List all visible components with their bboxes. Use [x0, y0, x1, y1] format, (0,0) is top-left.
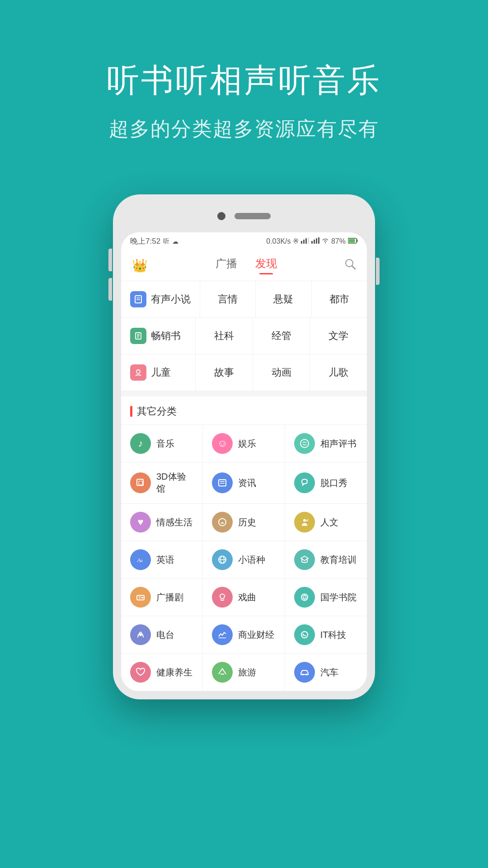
section-header-bar	[130, 406, 132, 417]
other-grid: ♪ 音乐 ☺ 娱乐	[121, 425, 367, 691]
opera-label: 戏曲	[238, 591, 256, 604]
svg-rect-9	[357, 239, 358, 242]
other-item-entertain[interactable]: ☺ 娱乐	[203, 425, 285, 462]
other-item-humanity[interactable]: 人文	[285, 504, 367, 541]
section-header-title: 其它分类	[137, 405, 177, 418]
other-item-emotion[interactable]: ♥ 情感生活	[121, 504, 203, 541]
category-main-fiction[interactable]: 有声小说	[121, 281, 200, 317]
other-item-xiangsheng[interactable]: 相声评书	[285, 425, 367, 462]
radio-label: 广播剧	[156, 591, 183, 604]
volume-up-button	[108, 249, 112, 271]
guoxue-icon	[294, 587, 315, 608]
humanity-icon	[294, 512, 315, 533]
other-item-car[interactable]: 汽车	[285, 654, 367, 691]
svg-rect-0	[301, 241, 302, 244]
sub-jingguan[interactable]: 经管	[253, 318, 310, 354]
svg-line-28	[306, 519, 308, 521]
volume-down-button	[108, 278, 112, 301]
svg-line-12	[352, 266, 355, 269]
music-label: 音乐	[156, 438, 174, 450]
power-button	[376, 258, 380, 285]
other-item-english[interactable]: A a 英语	[121, 541, 203, 579]
nav-logo[interactable]: 👑	[132, 258, 148, 273]
history-icon	[212, 512, 233, 533]
threed-label: 3D体验馆	[156, 471, 193, 495]
nav-bar: 👑 广播 发现	[121, 250, 367, 281]
lang-label: 小语种	[238, 554, 265, 566]
other-item-threed[interactable]: 3D体验馆	[121, 462, 203, 504]
tab-broadcast[interactable]: 广播	[216, 256, 237, 274]
other-item-it[interactable]: IT科技	[285, 616, 367, 654]
it-icon	[294, 624, 315, 645]
svg-text:a: a	[141, 558, 143, 563]
sub-xuanyi[interactable]: 悬疑	[256, 281, 311, 317]
wifi-icon	[322, 237, 329, 245]
station-icon	[130, 624, 151, 645]
hero-section: 听书听相声听音乐 超多的分类超多资源应有尽有	[0, 0, 488, 170]
edu-label: 教育培训	[320, 554, 357, 566]
edu-icon	[294, 549, 315, 570]
other-item-music[interactable]: ♪ 音乐	[121, 425, 203, 462]
fiction-label: 有声小说	[151, 292, 191, 306]
sub-yanqing[interactable]: 言情	[200, 281, 256, 317]
category-row-fiction: 有声小说 言情 悬疑 都市	[121, 281, 367, 318]
other-item-lang[interactable]: 小语种	[203, 541, 285, 579]
svg-point-27	[303, 519, 306, 522]
battery-percent: 87%	[331, 237, 346, 245]
svg-rect-2	[305, 238, 307, 244]
phone-outer: 晚上7:52 听 ☁ 0.03K/s ※	[113, 194, 375, 699]
other-section: 其它分类 ♪ 音乐 ☺ 娱乐	[121, 396, 367, 691]
sub-dushi[interactable]: 都市	[312, 281, 367, 317]
other-item-talk[interactable]: 脱口秀	[285, 462, 367, 504]
other-item-radio[interactable]: 广播剧	[121, 579, 203, 616]
sub-wenxue[interactable]: 文学	[310, 318, 367, 354]
category-row-children: 儿童 故事 动画 儿歌	[121, 354, 367, 391]
other-item-opera[interactable]: 戏曲	[203, 579, 285, 616]
sub-sheke[interactable]: 社科	[196, 318, 253, 354]
svg-rect-13	[135, 296, 141, 303]
english-icon: A a	[130, 549, 151, 570]
other-item-history[interactable]: 历史	[203, 504, 285, 541]
station-label: 电台	[156, 629, 174, 641]
category-row-bestseller: 畅销书 社科 经管 文学	[121, 318, 367, 354]
sub-erge[interactable]: 儿歌	[310, 354, 367, 391]
search-icon[interactable]	[344, 258, 356, 273]
emotion-label: 情感生活	[156, 516, 192, 528]
category-main-bestseller[interactable]: 畅销书	[121, 318, 196, 354]
category-main-children[interactable]: 儿童	[121, 354, 196, 391]
talk-icon	[294, 472, 315, 493]
entertain-label: 娱乐	[238, 438, 256, 450]
sub-donghua[interactable]: 动画	[253, 354, 310, 391]
other-item-edu[interactable]: 教育培训	[285, 541, 367, 579]
status-time: 晚上7:52	[130, 236, 160, 246]
svg-point-38	[220, 594, 225, 599]
radio-icon	[130, 587, 151, 608]
bestseller-subs: 社科 经管 文学	[196, 318, 367, 354]
other-item-health[interactable]: 健康养生	[121, 654, 203, 691]
other-item-guoxue[interactable]: 国学书院	[285, 579, 367, 616]
svg-rect-5	[314, 240, 315, 244]
other-item-biz[interactable]: 商业财经	[203, 616, 285, 654]
travel-icon	[212, 662, 233, 683]
status-bar: 晚上7:52 听 ☁ 0.03K/s ※	[121, 232, 367, 250]
music-icon: ♪	[130, 433, 151, 454]
status-network: 0.03K/s ※	[266, 237, 299, 245]
entertain-icon: ☺	[212, 433, 233, 454]
speaker	[235, 213, 271, 219]
hero-subtitle: 超多的分类超多资源应有尽有	[0, 116, 488, 142]
fiction-subs: 言情 悬疑 都市	[200, 281, 367, 317]
other-item-station[interactable]: 电台	[121, 616, 203, 654]
tab-discover[interactable]: 发现	[255, 256, 277, 274]
bestseller-icon	[130, 328, 146, 344]
other-item-travel[interactable]: 旅游	[203, 654, 285, 691]
other-item-news[interactable]: 资讯	[203, 462, 285, 504]
sub-gushi[interactable]: 故事	[196, 354, 253, 391]
svg-rect-23	[219, 480, 226, 486]
svg-point-48	[305, 674, 307, 675]
it-label: IT科技	[320, 629, 347, 641]
news-label: 资讯	[238, 477, 256, 489]
front-camera	[217, 212, 225, 220]
svg-rect-1	[303, 240, 305, 244]
threed-icon	[130, 472, 151, 493]
bestseller-label: 畅销书	[151, 329, 181, 343]
